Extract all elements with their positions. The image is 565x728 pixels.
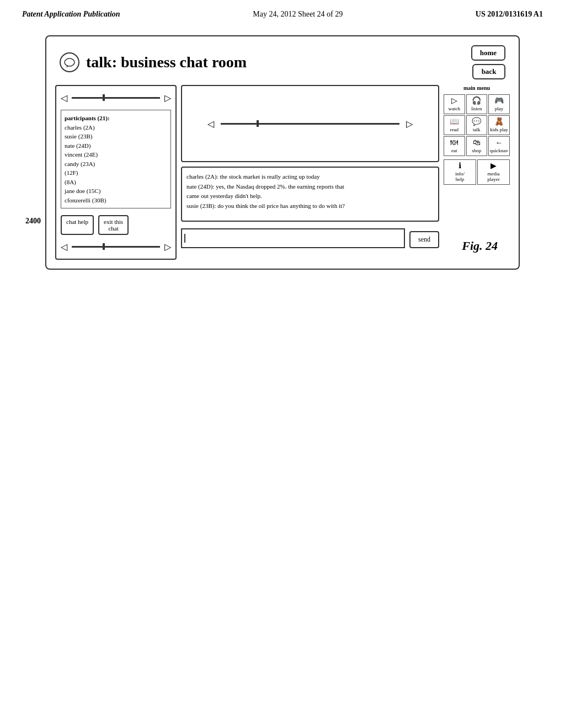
menu-row-wide: ℹ info/help ▶ mediaplayer — [444, 159, 510, 185]
chat-box: charles (2A): the stock market is really… — [181, 167, 439, 222]
patent-header: Patent Application Publication May 24, 2… — [0, 0, 565, 19]
participant-3: nate (24D) — [65, 141, 167, 151]
menu-item-info-help[interactable]: ℹ info/help — [444, 159, 476, 185]
menu-item-talk[interactable]: 💬 talk — [466, 115, 488, 135]
left-panel: ◁ ▷ participants (21): charles (2A) susi… — [55, 85, 177, 260]
menu-grid: ▷ watch 🎧 listen 🎮 play — [444, 94, 510, 156]
page-title: talk: business chat room — [86, 53, 247, 71]
outer-frame: talk: business chat room home back ◁ ▷ — [45, 35, 520, 270]
quicknav-label: quicknav — [490, 148, 508, 153]
shop-icon: 🛍 — [473, 139, 481, 147]
media-slider-track[interactable] — [221, 123, 399, 125]
fig-label: Fig. 24 — [462, 239, 498, 253]
eat-label: eat — [451, 148, 457, 153]
menu-item-read[interactable]: 📖 read — [444, 115, 465, 135]
info-help-icon: ℹ — [459, 162, 461, 170]
home-button[interactable]: home — [471, 45, 505, 61]
info-help-label: info/help — [455, 171, 465, 182]
chat-help-button[interactable]: chat help — [61, 215, 94, 235]
kids-play-label: kids play — [490, 127, 508, 132]
menu-item-quicknav[interactable]: ← quicknav — [488, 136, 510, 156]
listen-icon: 🎧 — [472, 97, 481, 105]
participant-4: vincent (24E) — [65, 150, 167, 159]
slider-track-bottom[interactable] — [72, 246, 160, 248]
participant-9: cfonzerelli (30B) — [65, 196, 167, 205]
slider-thumb-bottom — [103, 243, 105, 250]
quicknav-icon: ← — [495, 139, 503, 147]
menu-item-watch[interactable]: ▷ watch — [444, 94, 465, 114]
watch-icon: ▷ — [451, 97, 457, 105]
participant-7: (8A) — [65, 178, 167, 187]
svg-point-0 — [65, 58, 74, 66]
participant-8: jane doe (15C) — [65, 186, 167, 196]
media-left-arrow[interactable]: ◁ — [207, 119, 214, 129]
media-controls: ◁ ▷ — [207, 119, 412, 129]
menu-item-eat[interactable]: 🍽 eat — [444, 136, 465, 156]
eat-icon: 🍽 — [450, 139, 458, 147]
media-player-label: mediaplayer — [487, 171, 500, 182]
read-label: read — [450, 127, 459, 132]
volume-slider-bottom: ◁ ▷ — [61, 239, 171, 254]
publication-title: Patent Application Publication — [22, 10, 120, 19]
send-button[interactable]: send — [409, 231, 439, 248]
chat-message-2: nate (24D): yes, the Nasdaq dropped 2%. … — [186, 182, 434, 192]
kids-play-icon: 🧸 — [494, 118, 504, 126]
menu-item-kids-play[interactable]: 🧸 kids play — [488, 115, 510, 135]
exit-chat-button[interactable]: exit thischat — [98, 215, 129, 235]
right-arrow-top[interactable]: ▷ — [164, 93, 171, 103]
main-content: ◁ ▷ participants (21): charles (2A) susi… — [55, 85, 510, 260]
message-input-row: send — [181, 228, 439, 248]
play-icon: 🎮 — [494, 97, 504, 105]
reference-number-2400: 2400 — [25, 217, 41, 226]
participant-1: charles (2A) — [65, 123, 167, 132]
publication-number: US 2012/0131619 A1 — [476, 10, 543, 19]
main-menu-label: main menu — [444, 85, 510, 91]
media-area: ◁ ▷ — [181, 85, 439, 162]
message-input[interactable] — [181, 228, 405, 248]
left-arrow-top[interactable]: ◁ — [61, 93, 67, 103]
listen-label: listen — [471, 106, 482, 111]
menu-item-listen[interactable]: 🎧 listen — [466, 94, 488, 114]
read-icon: 📖 — [450, 118, 459, 126]
menu-item-media-player[interactable]: ▶ mediaplayer — [477, 159, 510, 185]
media-right-arrow[interactable]: ▷ — [406, 119, 413, 129]
chat-message-4: susie (23B): do you think the oil price … — [186, 201, 434, 211]
right-arrow-bottom[interactable]: ▷ — [164, 242, 171, 252]
talk-label: talk — [473, 127, 481, 132]
volume-slider-top: ◁ ▷ — [61, 90, 171, 105]
chat-message-1: charles (2A): the stock market is really… — [186, 172, 434, 182]
talk-menu-icon: 💬 — [472, 118, 481, 126]
participants-title: participants (21): — [65, 114, 167, 123]
menu-item-play[interactable]: 🎮 play — [488, 94, 510, 114]
center-panel: ◁ ▷ charles (2A): the stock market is re… — [181, 85, 439, 260]
input-cursor — [184, 234, 185, 243]
slider-track-top[interactable] — [72, 97, 160, 99]
shop-label: shop — [472, 148, 481, 153]
menu-item-shop[interactable]: 🛍 shop — [466, 136, 488, 156]
top-buttons: home back — [471, 45, 505, 79]
participants-box: participants (21): charles (2A) susie (2… — [61, 110, 171, 208]
top-bar: talk: business chat room home back — [55, 45, 510, 79]
participant-5: candy (23A) — [65, 159, 167, 169]
publication-date-sheet: May 24, 2012 Sheet 24 of 29 — [253, 10, 343, 19]
slider-thumb-top — [103, 94, 105, 101]
diagram-area: 2400 talk: business chat room home back — [45, 35, 520, 270]
watch-label: watch — [449, 106, 461, 111]
participant-2: susie (23B) — [65, 132, 167, 141]
right-panel: main menu ▷ watch 🎧 listen 🎮 — [444, 85, 510, 260]
media-player-icon: ▶ — [491, 162, 497, 170]
talk-icon — [60, 52, 79, 72]
chat-message-3: came out yesterday didn't help. — [186, 191, 434, 201]
title-section: talk: business chat room — [60, 52, 247, 72]
participant-6: (12F) — [65, 168, 167, 178]
back-button[interactable]: back — [472, 64, 505, 79]
media-slider-thumb — [257, 120, 259, 127]
left-arrow-bottom[interactable]: ◁ — [61, 242, 67, 252]
left-bottom-controls: chat help exit thischat — [61, 215, 171, 235]
play-label: play — [495, 106, 504, 111]
